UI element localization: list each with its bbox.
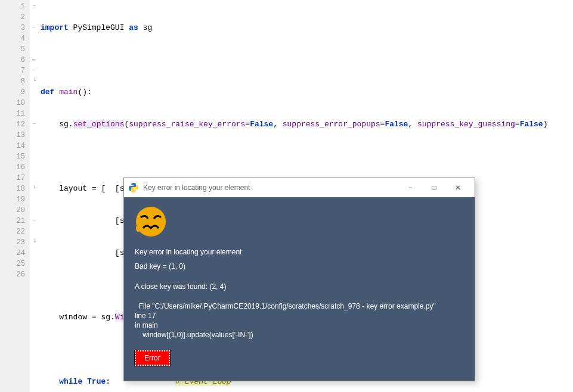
- close-key-message: A close key was found: (2, 4): [135, 282, 464, 291]
- error-message-1: Key error in locating your element: [135, 248, 464, 256]
- popup-body: Key error in locating your element Bad k…: [124, 197, 475, 381]
- close-button[interactable]: ✕: [446, 183, 470, 192]
- frustrated-emoji-icon: [135, 206, 167, 238]
- error-button[interactable]: Error: [135, 350, 170, 366]
- error-message-2: Bad key = (1, 0): [135, 262, 464, 270]
- python-icon: [129, 183, 138, 192]
- minimize-button[interactable]: −: [398, 183, 422, 192]
- maximize-button[interactable]: □: [422, 183, 446, 192]
- line-number-gutter: 123 456 789 101112 131415 161718 192021 …: [0, 0, 30, 392]
- error-popup: Key error in locating your element − □ ✕…: [123, 178, 475, 381]
- svg-point-2: [136, 207, 166, 237]
- svg-rect-3: [136, 226, 141, 229]
- traceback-text: File "C:/Users/mike/.PyCharmCE2019.1/con…: [135, 301, 464, 340]
- popup-title: Key error in locating your element: [143, 183, 398, 192]
- svg-point-0: [131, 183, 132, 185]
- svg-point-1: [135, 191, 136, 192]
- fold-column: −− ⌐−└ − └− └: [30, 0, 38, 392]
- popup-titlebar[interactable]: Key error in locating your element − □ ✕: [124, 178, 475, 197]
